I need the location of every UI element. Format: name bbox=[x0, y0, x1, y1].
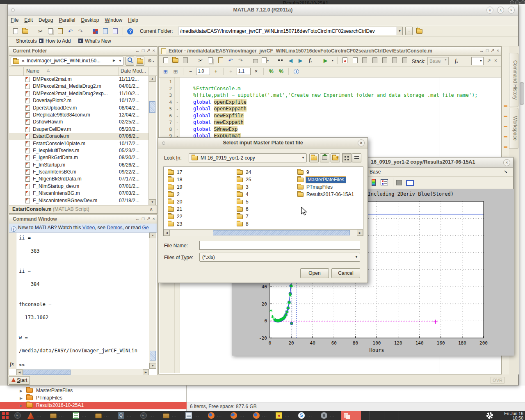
file-row[interactable]: F_IscanIntensBG.m09/22/2... bbox=[9, 169, 148, 176]
list-view-button[interactable] bbox=[352, 153, 361, 162]
scroll-up-icon[interactable]: ▲ bbox=[149, 233, 156, 238]
step-icon[interactable] bbox=[361, 56, 369, 65]
code-line[interactable]: 2%EstartConsole.m bbox=[160, 86, 500, 93]
file-row[interactable]: F_IgenBkGrdData.m08/30/2... bbox=[9, 154, 148, 161]
command-window-hscrollbar[interactable]: ◀ ▶ bbox=[16, 369, 149, 375]
file-row[interactable]: DsuperCellDev.m05/20/2... bbox=[9, 126, 148, 133]
panel-close-icon[interactable]: × bbox=[497, 48, 499, 53]
paste-button[interactable] bbox=[56, 27, 65, 36]
taskbar-item-folder[interactable]: ... bbox=[48, 411, 71, 420]
taskbar-item-app-grid[interactable] bbox=[0, 411, 12, 420]
folder-list-hscrollbar[interactable]: ◀ ▶ bbox=[164, 229, 363, 236]
taskbar-item-matlab[interactable]: ... bbox=[25, 411, 48, 420]
forward-button[interactable]: ▶ bbox=[296, 56, 305, 65]
fx-icon[interactable]: fx bbox=[10, 361, 14, 367]
copy-button[interactable] bbox=[46, 27, 55, 36]
dialog-folder-item[interactable]: 9 bbox=[297, 169, 309, 176]
scroll-down-icon[interactable]: ▼ bbox=[149, 199, 156, 205]
file-list-scrollbar[interactable]: ▲ ▼ bbox=[148, 76, 156, 205]
dialog-folder-item[interactable]: Results2017-06-15A1 bbox=[297, 192, 354, 199]
taskbar-item-terminal[interactable] bbox=[12, 411, 25, 420]
restore-icon[interactable]: □ bbox=[142, 216, 145, 221]
new-file-button[interactable] bbox=[161, 56, 170, 65]
taskbar-item-image-viewer[interactable] bbox=[341, 411, 361, 420]
dialog-folder-item[interactable]: MasterPlateFiles bbox=[297, 177, 346, 184]
cancel-button[interactable]: Cancel bbox=[331, 268, 360, 278]
demos-link[interactable]: Demos bbox=[107, 225, 123, 231]
cell-options-icon[interactable]: ⊞ bbox=[171, 67, 180, 76]
dialog-folder-item[interactable]: 5 bbox=[237, 199, 249, 206]
dialog-folder-item[interactable]: 22 bbox=[168, 214, 182, 221]
tree-row[interactable]: ▶MasterPlateFiles bbox=[0, 387, 187, 395]
close-icon[interactable]: × bbox=[508, 7, 515, 14]
legend-icon[interactable] bbox=[381, 179, 388, 187]
hold-icon[interactable] bbox=[396, 180, 402, 185]
indent-button[interactable]: ▼ bbox=[261, 56, 270, 65]
shortcut-whats-new[interactable]: What's New bbox=[85, 38, 111, 44]
file-row[interactable]: F_NIscanIntensBG.m07/03/2... bbox=[9, 190, 148, 197]
copy-button[interactable] bbox=[206, 56, 215, 65]
code-line[interactable]: 1 bbox=[160, 79, 500, 86]
taskbar-item-note[interactable]: ... bbox=[274, 411, 296, 420]
dialog-folder-item[interactable]: 17 bbox=[168, 169, 182, 176]
mlint-mark-icon[interactable] bbox=[504, 116, 507, 117]
percent-run-icon[interactable]: % bbox=[267, 67, 276, 76]
look-in-dropdown[interactable]: MI 16_0919_yor1-2 copy ▼ bbox=[189, 153, 307, 162]
undo-button[interactable]: ↶ bbox=[226, 56, 235, 65]
info-icon[interactable]: i bbox=[292, 67, 301, 76]
up-folder-button[interactable]: ↑ bbox=[415, 27, 424, 36]
breadcrumb[interactable]: « InovImager_jwrCF_WINLinx150... ▶ ▼ bbox=[11, 57, 124, 66]
fx-icon[interactable]: fₓ bbox=[455, 58, 458, 64]
browse-folder-button[interactable]: ... bbox=[405, 27, 413, 35]
dialog-titlebar[interactable]: Select input Master Plate text file × bbox=[158, 138, 368, 148]
tree-row[interactable]: ▶PTmapFiles bbox=[0, 395, 187, 402]
file-name-input[interactable] bbox=[199, 241, 360, 250]
expander-icon[interactable]: ▶ bbox=[20, 396, 23, 400]
dialog-folder-item[interactable]: 19 bbox=[168, 184, 182, 191]
dock-icon[interactable]: ← bbox=[135, 48, 140, 53]
clock[interactable]: Fri Jun 16 10:50 bbox=[504, 411, 523, 420]
dialog-folder-item[interactable]: 7 bbox=[237, 214, 249, 221]
undo-button[interactable]: ↶ bbox=[66, 27, 75, 36]
dialog-folder-item[interactable]: 20 bbox=[168, 199, 182, 206]
up-one-level-button[interactable]: ↑ bbox=[309, 153, 319, 162]
menu-window[interactable]: Window bbox=[105, 17, 123, 23]
multiply-value-button[interactable]: × bbox=[252, 67, 260, 76]
scroll-left-icon[interactable]: ◀ bbox=[16, 369, 23, 375]
bg-close-icon[interactable] bbox=[520, 0, 525, 4]
command-window-scrollbar[interactable]: ▲ ▼ bbox=[149, 233, 156, 369]
file-row[interactable]: DMPexcel2mat_MediaDrug2exp...11/10/2... bbox=[9, 90, 148, 97]
file-row[interactable]: DReplicate96to384conv.m12/04/2... bbox=[9, 112, 148, 119]
file-row[interactable]: DpertsUploadDev.m08/04/2... bbox=[9, 105, 148, 112]
split-view-button[interactable]: ▼ bbox=[471, 57, 484, 65]
restore-icon[interactable]: □ bbox=[142, 48, 145, 53]
dialog-folder-item[interactable]: 18 bbox=[168, 177, 182, 184]
file-row[interactable]: F_NIgenBkGrdData.m07/17/2... bbox=[9, 176, 148, 183]
dialog-folder-item[interactable]: 8 bbox=[237, 221, 249, 228]
taskbar-item-folder[interactable]: ... bbox=[161, 411, 183, 420]
decrease-value-button[interactable]: − bbox=[186, 67, 195, 76]
continue-icon[interactable] bbox=[390, 56, 399, 65]
home-button[interactable] bbox=[320, 153, 329, 162]
menu-edit[interactable]: Edit bbox=[24, 17, 33, 23]
scroll-down-icon[interactable]: ▼ bbox=[149, 363, 156, 369]
code-line[interactable]: 3%[file,path] = uiputfile('.mat','Create… bbox=[160, 92, 500, 99]
new-folder-button[interactable]: ✱ bbox=[331, 153, 340, 162]
minimize-icon[interactable]: ∨ bbox=[486, 7, 493, 14]
exit-debug-icon[interactable] bbox=[400, 56, 409, 65]
file-row[interactable]: F_NIscanIntensBGnewDev.m07/18/2... bbox=[9, 197, 148, 204]
file-row[interactable]: F_ImStartup.m06/26/2... bbox=[9, 162, 148, 169]
value-factor-field[interactable]: 1.1 bbox=[237, 68, 251, 75]
new-file-button[interactable] bbox=[11, 27, 20, 36]
set-breakpoint-icon[interactable] bbox=[340, 56, 349, 65]
tab-workspace[interactable]: Workspace bbox=[509, 108, 518, 149]
undock-icon[interactable]: ↗ bbox=[487, 58, 491, 64]
open-file-button[interactable] bbox=[21, 27, 30, 36]
command-output-area[interactable]: ii = 383 ii = 384 fhconsole = 173.1062 w… bbox=[9, 233, 149, 369]
run-button[interactable]: ▶ bbox=[321, 56, 330, 65]
dialog-folder-item[interactable]: PTmapFiles bbox=[297, 184, 333, 191]
code-line[interactable]: 7-global newExppath bbox=[160, 119, 500, 126]
breadcrumb-expand-icon[interactable]: ▶ bbox=[113, 59, 115, 62]
panel-close-icon[interactable]: × bbox=[153, 216, 155, 221]
stack-dropdown[interactable]: Base▼ bbox=[427, 57, 449, 65]
